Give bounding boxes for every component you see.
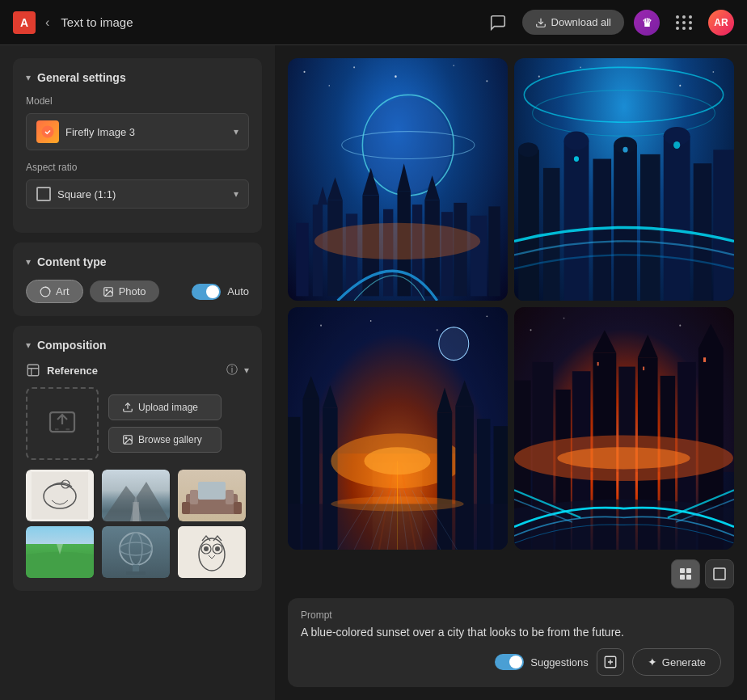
svg-point-105: [679, 325, 681, 327]
user-avatar[interactable]: AR: [708, 10, 734, 36]
generated-image-1[interactable]: [288, 58, 508, 301]
back-button[interactable]: ‹: [45, 15, 49, 30]
art-button[interactable]: Art: [26, 280, 83, 303]
svg-marker-44: [327, 177, 342, 200]
model-selector[interactable]: Firefly Image 3 ▾: [26, 113, 249, 150]
svg-point-104: [563, 318, 565, 319]
svg-point-30: [215, 546, 220, 551]
svg-rect-126: [686, 568, 691, 573]
svg-rect-15: [182, 502, 190, 514]
svg-point-38: [365, 98, 451, 193]
general-settings-chevron[interactable]: ▾: [26, 72, 31, 83]
content-area: Prompt A blue-colored sunset over a city…: [275, 45, 747, 700]
svg-point-20: [120, 533, 152, 565]
aspect-ratio-selector[interactable]: Square (1:1) ▾: [26, 179, 249, 209]
thumbnail-1[interactable]: [26, 470, 94, 521]
svg-rect-81: [288, 307, 508, 453]
content-type-header: ▾ Content type: [26, 255, 249, 268]
browse-gallery-button[interactable]: Browse gallery: [108, 427, 222, 453]
generated-image-2[interactable]: [514, 58, 734, 301]
adobe-logo: A: [13, 11, 36, 34]
thumbnail-6[interactable]: [178, 526, 246, 578]
download-all-label: Download all: [551, 16, 611, 28]
generate-button[interactable]: ✦ Generate: [632, 648, 721, 676]
suggestions-label: Suggestions: [530, 656, 589, 668]
content-type-chevron[interactable]: ▾: [26, 256, 31, 268]
content-type-title: Content type: [37, 255, 107, 268]
photo-button-label: Photo: [119, 285, 146, 297]
auto-label: Auto: [227, 285, 249, 297]
model-chevron-down-icon: ▾: [234, 126, 238, 137]
svg-point-86: [439, 327, 469, 361]
sidebar: ▾ General settings Model Firefly Image 3…: [0, 45, 275, 700]
svg-point-32: [328, 85, 330, 86]
svg-point-62: [580, 66, 581, 68]
svg-point-35: [453, 65, 454, 66]
thumbnail-2[interactable]: [102, 470, 170, 521]
upload-image-button[interactable]: Upload image: [108, 394, 222, 420]
thumbnail-5[interactable]: [102, 526, 170, 578]
svg-point-93: [364, 447, 430, 474]
prompt-label: Prompt: [301, 609, 721, 621]
svg-rect-24: [126, 571, 146, 575]
svg-rect-127: [680, 575, 685, 580]
aspect-ratio-value: Square (1:1): [57, 188, 116, 200]
apps-grid-icon: [671, 11, 698, 35]
model-label: Model: [26, 95, 249, 107]
apps-grid-button[interactable]: [669, 8, 698, 37]
svg-point-103: [530, 329, 532, 331]
svg-point-63: [679, 85, 681, 86]
svg-rect-56: [471, 216, 487, 297]
svg-rect-129: [714, 568, 725, 580]
download-all-button[interactable]: Download all: [522, 10, 624, 35]
reference-title: Reference: [47, 365, 220, 377]
svg-point-82: [320, 325, 322, 327]
composition-header: ▾ Composition: [26, 339, 249, 352]
svg-point-69: [564, 132, 589, 150]
generate-label: Generate: [662, 656, 706, 668]
svg-point-79: [622, 147, 627, 153]
generated-image-3[interactable]: [288, 307, 508, 550]
auto-toggle-row: Auto: [192, 284, 249, 300]
svg-point-31: [304, 71, 306, 73]
generated-image-4[interactable]: [514, 307, 734, 550]
svg-rect-10: [32, 472, 88, 519]
chat-icon-button[interactable]: [483, 8, 513, 37]
svg-point-64: [713, 71, 715, 73]
thumbnail-3[interactable]: [178, 470, 246, 521]
general-settings-title: General settings: [37, 71, 126, 84]
suggestions-toggle[interactable]: [495, 654, 524, 670]
reference-thumbnail-grid: [26, 470, 249, 578]
upload-drop-area[interactable]: [26, 387, 99, 460]
svg-rect-125: [680, 568, 685, 573]
crown-avatar[interactable]: ♛: [634, 10, 660, 36]
svg-point-36: [486, 80, 487, 82]
reference-icon: [26, 363, 40, 377]
svg-rect-13: [133, 502, 139, 521]
photo-button[interactable]: Photo: [90, 280, 159, 302]
page-title: Text to image: [61, 15, 133, 29]
svg-point-34: [395, 75, 396, 78]
reference-info-icon[interactable]: ⓘ: [226, 363, 238, 377]
enhance-prompt-button[interactable]: [597, 648, 624, 676]
svg-point-59: [524, 67, 723, 122]
svg-point-66: [518, 142, 538, 157]
svg-rect-40: [296, 223, 308, 297]
svg-rect-19: [226, 490, 234, 504]
thumbnail-4[interactable]: [26, 526, 94, 578]
svg-point-4: [106, 289, 108, 291]
reference-chevron-icon[interactable]: ▾: [244, 365, 249, 376]
grid-view-button[interactable]: [671, 559, 700, 588]
svg-point-121: [557, 447, 690, 469]
header: A ‹ Text to image Download all ♛ AR: [0, 0, 747, 45]
svg-point-85: [487, 315, 488, 317]
single-view-button[interactable]: [705, 559, 734, 588]
svg-rect-65: [518, 150, 539, 301]
svg-rect-74: [664, 136, 690, 301]
prompt-actions: Suggestions ✦ Generate: [301, 648, 721, 676]
auto-toggle[interactable]: [192, 284, 221, 300]
svg-point-80: [673, 141, 680, 149]
composition-chevron[interactable]: ▾: [26, 339, 31, 351]
prompt-text[interactable]: A blue-colored sunset over a city that l…: [301, 626, 721, 639]
svg-point-101: [331, 496, 463, 511]
